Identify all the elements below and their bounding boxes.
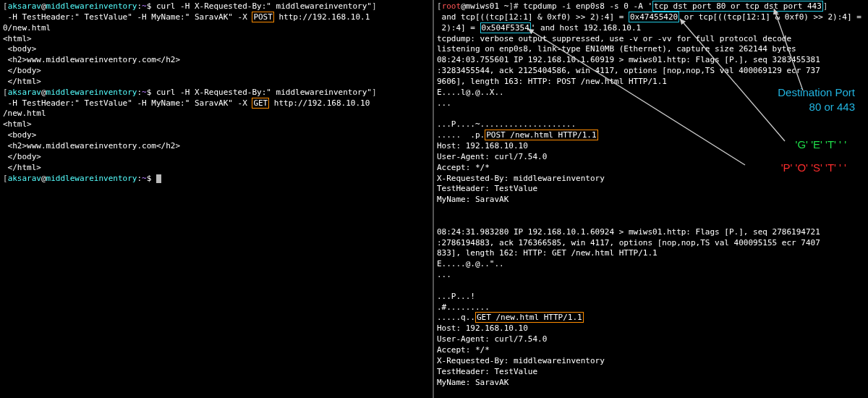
right-line: ...P...! <box>437 292 865 302</box>
right-line: [root@mwiws01 ~]# tcpdump -i enp0s8 -s 0… <box>437 1 865 12</box>
left-line: -H TestHeader:" TestValue" -H MyName:" S… <box>3 98 430 109</box>
method-get-box: GET <box>252 98 269 109</box>
right-line <box>437 216 865 227</box>
right-line: .#......... <box>437 302 865 313</box>
right-line <box>437 281 865 292</box>
left-line: </html> <box>3 77 430 88</box>
right-line: X-Requested-By: middlewareinventory <box>437 356 865 367</box>
hex-get-box: 0x47455420 <box>629 12 679 22</box>
left-line: <body> <box>3 44 430 55</box>
left-line: <html> <box>3 34 430 45</box>
cursor-icon <box>156 174 161 183</box>
right-line: Host: 192.168.10.10 <box>437 323 865 334</box>
right-line: Host: 192.168.10.10 <box>437 141 865 152</box>
right-line: E.....@.@..".. <box>437 259 865 270</box>
right-line: 08:24:03.755601 IP 192.168.10.1.60919 > … <box>437 55 865 66</box>
filter-ports-box: tcp dst port 80 or tcp dst port 443 <box>652 1 823 12</box>
right-line: and tcp[((tcp[12:1] & 0xf0) >> 2):4] = 0… <box>437 12 865 23</box>
right-line: ...P....~.................... <box>437 119 865 130</box>
left-line: [aksarav@middlewareinventory:~$ curl -H … <box>3 88 430 98</box>
right-line: tcpdump: verbose output suppressed, use … <box>437 34 865 45</box>
hex-post-box: 0x504F5354 <box>480 22 531 33</box>
right-line: User-Agent: curl/7.54.0 <box>437 334 865 345</box>
left-line: [aksarav@middlewareinventory:~$ curl -H … <box>3 1 430 12</box>
right-line: ... <box>437 98 865 109</box>
left-line: </html> <box>3 163 430 174</box>
left-line: </body> <box>3 66 430 77</box>
right-line: TestHeader: TestValue <box>437 184 865 195</box>
right-line <box>437 109 865 119</box>
right-line: 2):4] = 0x504F5354' and host 192.168.10.… <box>437 23 865 34</box>
http-get-box: GET /new.html HTTP/1.1 <box>475 312 584 323</box>
left-line: <html> <box>3 119 430 130</box>
terminal-split: [aksarav@middlewareinventory:~$ curl -H … <box>0 0 868 398</box>
right-terminal[interactable]: [root@mwiws01 ~]# tcpdump -i enp0s8 -s 0… <box>434 0 868 398</box>
right-line: :3283455544, ack 2125404586, win 4117, o… <box>437 66 865 77</box>
right-line <box>437 206 865 216</box>
left-line: </body> <box>3 152 430 163</box>
right-line: E....l@.@..X.. <box>437 88 865 98</box>
right-line: TestHeader: TestValue <box>437 367 865 378</box>
right-line: Accept: */* <box>437 345 865 356</box>
right-line: .....q..GET /new.html HTTP/1.1 <box>437 313 865 323</box>
left-line: -H TestHeader:" TestValue" -H MyName:" S… <box>3 12 430 23</box>
right-line: User-Agent: curl/7.54.0 <box>437 152 865 163</box>
method-post-box: POST <box>252 12 274 22</box>
right-line: 9606], length 163: HTTP: POST /new.html … <box>437 77 865 88</box>
right-line: 833], length 162: HTTP: GET /new.html HT… <box>437 248 865 259</box>
http-post-box: POST /new.html HTTP/1.1 <box>485 130 597 140</box>
right-line: MyName: SaravAK <box>437 378 865 389</box>
right-line: ... <box>437 270 865 281</box>
right-line: X-Requested-By: middlewareinventory <box>437 174 865 185</box>
left-terminal[interactable]: [aksarav@middlewareinventory:~$ curl -H … <box>0 0 434 398</box>
left-line: 0/new.html <box>3 23 430 34</box>
left-line: <h2>www.middlewareinventory.com</h2> <box>3 141 430 152</box>
right-line: :2786194883, ack 176366585, win 4117, op… <box>437 238 865 249</box>
right-line: listening on enp0s8, link-type EN10MB (E… <box>437 44 865 55</box>
right-line: ..... .p.POST /new.html HTTP/1.1 <box>437 130 865 141</box>
left-prompt-idle[interactable]: [aksarav@middlewareinventory:~$ <box>3 174 430 185</box>
left-line: <body> <box>3 130 430 141</box>
left-line: /new.html <box>3 109 430 119</box>
right-line: Accept: */* <box>437 163 865 174</box>
right-line: MyName: SaravAK <box>437 195 865 206</box>
left-line: <h2>www.middlewareinventory.com</h2> <box>3 55 430 66</box>
right-line: 08:24:31.983280 IP 192.168.10.1.60924 > … <box>437 227 865 238</box>
